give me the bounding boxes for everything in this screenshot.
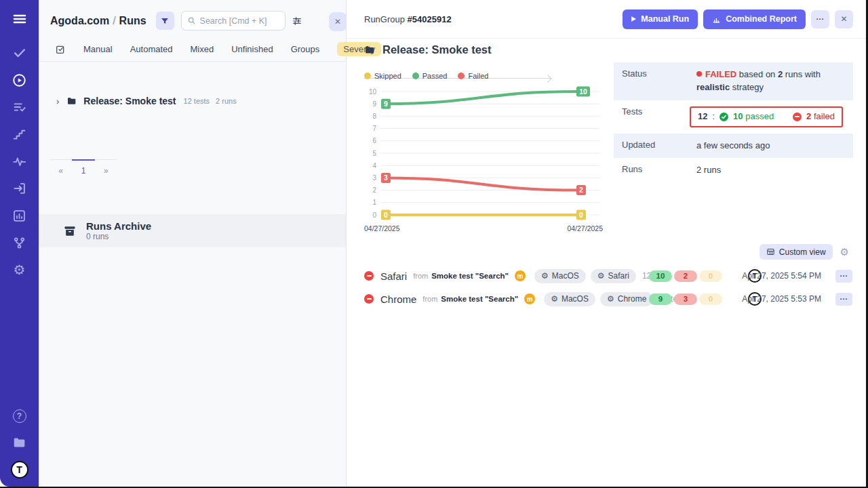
svg-text:2: 2 — [579, 186, 583, 194]
workspace-logo[interactable]: T — [11, 461, 28, 479]
status-label: Status — [614, 62, 690, 100]
run-from-label: from — [413, 272, 428, 280]
runs-count: 2 runs — [216, 97, 237, 105]
tab-mixed[interactable]: Mixed — [191, 44, 214, 54]
failed-dot-icon — [458, 73, 465, 79]
run-title[interactable]: Chrome — [380, 293, 416, 305]
menu-icon[interactable] — [12, 11, 28, 27]
combined-report-button[interactable]: Combined Report — [703, 9, 806, 29]
runs-value: 2 runs — [690, 158, 853, 183]
pagination-next[interactable]: » — [95, 160, 117, 176]
select-all-icon[interactable] — [55, 44, 66, 55]
folder-icon — [364, 44, 376, 56]
filter-button[interactable] — [156, 12, 174, 30]
run-source: Smoke test "Search" — [431, 272, 509, 280]
manual-run-button[interactable]: Manual Run — [623, 9, 698, 29]
custom-view-button[interactable]: Custom view — [760, 244, 833, 260]
manual-badge: m — [524, 293, 535, 304]
pagination-page-1[interactable]: 1 — [72, 159, 94, 176]
drawer-close-button[interactable]: ✕ — [329, 12, 347, 31]
list-toolbar: Custom view ⚙ — [760, 244, 849, 260]
settings-gear-icon[interactable]: ⚙ — [12, 262, 28, 278]
report-chart-icon — [712, 15, 721, 24]
runs-row: Runs 2 runs — [614, 158, 853, 183]
svg-text:0: 0 — [372, 211, 376, 219]
failed-pill: 3 — [674, 293, 697, 305]
tab-groups[interactable]: Groups — [291, 44, 320, 54]
runs-list: Safari from Smoke test "Search" m ⚙MacOS… — [364, 264, 852, 310]
analytics-icon[interactable] — [12, 207, 28, 224]
play-icon — [631, 16, 636, 22]
svg-text:1: 1 — [372, 199, 376, 206]
failed-pill: 2 — [674, 270, 697, 282]
test-plans-icon[interactable] — [12, 99, 28, 115]
tab-automated[interactable]: Automated — [130, 44, 173, 54]
panel-close-button[interactable]: ✕ — [835, 10, 853, 28]
legend-skipped[interactable]: Skipped — [364, 72, 401, 80]
skipped-pill: 0 — [699, 293, 722, 305]
runs-archive[interactable]: Runs Archive 0 runs — [39, 214, 346, 247]
browser-pill: ⚙Safari — [591, 269, 636, 283]
run-group-tree-item[interactable]: › Release: Smoke test 12 tests 2 runs — [56, 96, 346, 106]
archive-title: Runs Archive — [86, 220, 151, 232]
docs-folder-icon[interactable] — [12, 434, 28, 451]
runs-play-icon[interactable] — [12, 72, 28, 88]
svg-text:10: 10 — [579, 87, 587, 96]
run-group-heading: Release: Smoke test — [364, 43, 492, 56]
legend-failed[interactable]: Failed — [458, 72, 488, 80]
tests-check-icon[interactable] — [12, 45, 28, 61]
legend-passed[interactable]: Passed — [412, 72, 448, 80]
svg-text:9: 9 — [384, 100, 388, 108]
run-group-panel: RunGroup #54025912 Manual Run Combined R… — [347, 0, 866, 487]
failed-status-icon — [364, 294, 374, 304]
panel-title: RunGroup #54025912 — [364, 14, 452, 24]
skipped-dot-icon — [364, 73, 371, 79]
breadcrumb: Agoda.com/Runs — [50, 15, 146, 27]
run-group-heading-text: Release: Smoke test — [382, 43, 492, 56]
browser-pill: ⚙Chrome — [600, 292, 653, 306]
more-actions-button[interactable]: ... — [811, 10, 829, 28]
search-box[interactable] — [181, 11, 285, 30]
passed-dot-icon — [412, 73, 419, 79]
status-value: FAILED based on 2 runs with realistic st… — [690, 62, 853, 100]
breadcrumb-separator: / — [113, 15, 115, 26]
run-more-button[interactable]: ... — [835, 293, 852, 306]
tests-value: 12 : 10 passed 2 failed — [690, 100, 853, 134]
run-title[interactable]: Safari — [380, 270, 407, 282]
trend-line-chart: 012345678910009103204/27/202504/27/2025 — [364, 83, 603, 235]
sidebar-footer: ? T — [11, 408, 28, 479]
help-icon[interactable]: ? — [12, 408, 28, 424]
pagination: « 1 » — [50, 159, 117, 176]
panel-content: Release: Smoke test Skipped Passed Faile… — [347, 39, 866, 487]
run-group-meta: 12 tests 2 runs — [184, 97, 237, 105]
passed-check-icon — [719, 113, 728, 121]
run-row-safari[interactable]: Safari from Smoke test "Search" m ⚙MacOS… — [364, 264, 852, 287]
import-icon[interactable] — [12, 180, 28, 197]
pulse-icon[interactable] — [12, 153, 28, 169]
steps-icon[interactable] — [12, 126, 28, 142]
failed-dot-icon — [696, 71, 702, 77]
search-input[interactable] — [200, 16, 275, 26]
breadcrumb-page: Runs — [119, 15, 146, 26]
chevron-right-icon[interactable]: › — [56, 96, 59, 106]
folder-icon — [66, 96, 77, 106]
pagination-prev[interactable]: « — [50, 160, 72, 176]
runs-drawer: Agoda.com/Runs ✕ Manual A — [39, 0, 347, 487]
breadcrumb-project[interactable]: Agoda.com — [50, 15, 109, 26]
svg-text:5: 5 — [372, 150, 376, 157]
list-settings-gear-icon[interactable]: ⚙ — [840, 247, 849, 257]
run-more-button[interactable]: ... — [835, 270, 852, 283]
run-source: Smoke test "Search" — [441, 295, 518, 303]
branch-icon[interactable] — [12, 235, 28, 251]
tab-manual[interactable]: Manual — [83, 44, 113, 54]
svg-text:8: 8 — [372, 113, 376, 120]
tests-highlight-box: 12 : 10 passed 2 failed — [690, 106, 843, 127]
tab-unfinished[interactable]: Unfinished — [231, 44, 273, 54]
svg-text:2: 2 — [372, 186, 376, 194]
view-settings-icon[interactable] — [292, 16, 302, 26]
result-pills: 10 2 0 — [649, 270, 722, 282]
passed-pill: 10 — [649, 270, 672, 282]
run-from-label: from — [422, 295, 437, 303]
run-row-chrome[interactable]: Chrome from Smoke test "Search" m ⚙MacOS… — [364, 287, 852, 310]
svg-text:0: 0 — [384, 211, 388, 219]
